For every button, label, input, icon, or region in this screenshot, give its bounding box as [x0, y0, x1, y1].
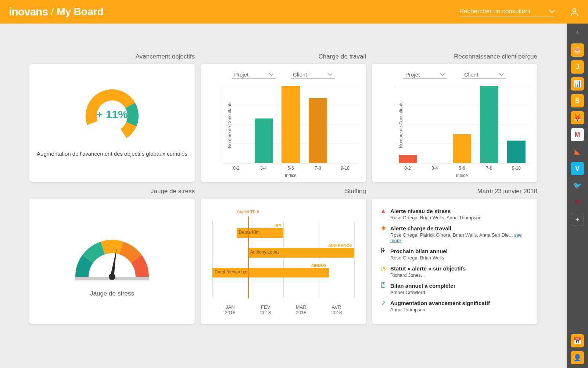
advancement-value: + 11%	[96, 108, 128, 121]
alert-detail: Rose Ortega, Brian Wells, Anna Thompson	[390, 215, 529, 220]
recognition-bars	[394, 86, 530, 163]
alert-title: Statut « alerte » sur objectifs	[390, 265, 466, 272]
recognition-xticks: 0-23-45-67-89-10	[394, 166, 530, 171]
svg-point-3	[109, 273, 115, 280]
recognition-select-client[interactable]: Client	[462, 71, 506, 79]
staff-bar-anthony-lopez[interactable]: Anthony LopezAIRFRANCE	[248, 248, 355, 258]
logo-page: My Board	[57, 6, 104, 18]
logo-slash: /	[51, 6, 54, 18]
sidebar-gmail-icon[interactable]: M	[571, 128, 584, 141]
alert-4[interactable]: 🗄Bilan annuel à compléterAmber Crawford	[380, 282, 529, 295]
see-more-link[interactable]: see more	[390, 232, 522, 243]
header: inovans / My Board Rechercher un consult…	[0, 0, 588, 24]
card-title-stress: Jauge de stress	[29, 188, 195, 195]
sidebar-cake-icon[interactable]: 🎂	[571, 43, 584, 57]
bar-5-6	[282, 86, 300, 163]
logo-brand: inovans	[9, 6, 48, 18]
search-placeholder: Rechercher un consultant	[459, 8, 531, 15]
workload-bars	[223, 86, 359, 163]
sidebar-gitlab-icon[interactable]: ◣	[571, 145, 584, 158]
workload-select-client[interactable]: Client	[291, 71, 335, 79]
warning-icon: ▲	[380, 208, 387, 214]
sidebar-collapse-icon[interactable]: ‹	[576, 27, 578, 37]
bar-0-2	[399, 155, 417, 163]
sidebar-J-icon[interactable]: J	[571, 60, 584, 74]
recognition-xlabel: Indice	[394, 173, 530, 178]
chevron-down-icon	[549, 10, 555, 13]
advancement-caption: Augmentation de l'avancement des objecti…	[37, 150, 187, 158]
sidebar-S-icon[interactable]: S	[571, 94, 584, 107]
alert-title: Bilan annuel à compléter	[390, 283, 456, 289]
bar-3-4	[255, 118, 273, 163]
workload-xticks: 0-23-45-67-89-10	[223, 166, 359, 171]
alert-title: Alerte niveau de stress	[390, 208, 451, 214]
sidebar-twitter-icon[interactable]: 🐦	[571, 179, 584, 192]
card-today: ▲Alerte niveau de stressRose Ortega, Bri…	[372, 199, 537, 324]
sidebar-user-add-icon[interactable]: 👤	[571, 351, 584, 364]
card-title-today: Mardi 23 janvier 2018	[372, 188, 537, 195]
alert-detail: Rose Ortega, Patrick O'hora, Brian Wells…	[390, 232, 529, 243]
card-title-workload: Charge de travail	[201, 53, 366, 60]
card-title-advancement: Avancement objectifs	[29, 53, 195, 60]
alert-detail: Anna Thompson	[390, 307, 529, 312]
alert-1[interactable]: ✱Alerte charge de travailRose Ortega, Pa…	[380, 225, 529, 243]
stress-gauge	[68, 225, 156, 284]
card-advancement: + 11% Augmentation de l'avancement des o…	[29, 64, 195, 182]
briefcase-icon: 🗄	[380, 248, 387, 254]
card-workload: Projet Client Nombre de Consultants 0-23…	[201, 64, 366, 182]
workload-select-projet[interactable]: Projet	[232, 71, 276, 79]
alert-detail: Amber Crawford	[390, 290, 529, 295]
bar-7-8	[309, 98, 327, 163]
sidebar-add-icon[interactable]: +	[571, 213, 584, 226]
staff-bar-debra-kim[interactable]: Debra KimIBP	[237, 228, 283, 238]
alert-detail: Rose Ortega, Brian Wells	[390, 255, 529, 261]
staff-bar-carol-richardson[interactable]: Carol RichardsonAIRBUS	[212, 268, 329, 277]
briefcase-icon: 🗄	[380, 282, 387, 289]
recognition-select-projet[interactable]: Projet	[403, 71, 447, 79]
card-stress: Jauge de stress	[29, 199, 195, 324]
sidebar: ‹ 🎂J📊S🦊M◣V🐦P+ 📅👤	[567, 24, 588, 368]
user-icon[interactable]	[570, 7, 579, 17]
alert-5[interactable]: ↗Augmentation avancement significatifAnn…	[380, 300, 529, 312]
sidebar-pinterest-icon[interactable]: P	[571, 196, 584, 209]
arrow-icon: ↗	[380, 300, 387, 306]
svg-point-0	[573, 8, 576, 12]
bar-5-6	[453, 134, 471, 163]
sidebar-vimeo-icon[interactable]: V	[571, 162, 584, 175]
alert-title: Prochain bilan annuel	[390, 248, 448, 254]
staffing-today-label: Aujourd'hui	[237, 209, 259, 214]
sidebar-chart-icon[interactable]: 📊	[571, 77, 584, 91]
donut-icon: ◔	[380, 265, 387, 272]
stress-caption: Jauge de stress	[90, 290, 134, 297]
alert-title: Alerte charge de travail	[390, 225, 451, 231]
workload-xlabel: Indice	[223, 173, 359, 178]
alert-detail: Richard Jones...	[390, 272, 529, 278]
alert-3[interactable]: ◔Statut « alerte » sur objectifsRichard …	[380, 265, 529, 278]
card-recognition: Projet Client Nombre de Consultants 0-23…	[372, 64, 537, 182]
burst-icon: ✱	[380, 225, 387, 231]
alert-0[interactable]: ▲Alerte niveau de stressRose Ortega, Bri…	[380, 208, 529, 220]
staffing-tracks: Debra KimIBPAnthony LopezAIRFRANCECarol …	[212, 222, 354, 298]
bar-9-10	[507, 141, 526, 163]
alert-2[interactable]: 🗄Prochain bilan annuelRose Ortega, Brian…	[380, 248, 529, 261]
alert-title: Augmentation avancement significatif	[390, 300, 490, 306]
sidebar-firefox-icon[interactable]: 🦊	[571, 111, 584, 124]
bar-7-8	[480, 86, 498, 163]
card-staffing: Debra KimIBPAnthony LopezAIRFRANCECarol …	[201, 199, 366, 324]
staffing-months: JAN2018FEV2018MAR2018AVR2018	[212, 304, 354, 316]
sidebar-calendar-add-icon[interactable]: 📅	[571, 334, 584, 347]
search-consultant[interactable]: Rechercher un consultant	[459, 6, 555, 17]
card-title-recognition: Reconnaissance client perçue	[372, 53, 537, 60]
card-title-staffing: Staffing	[201, 188, 366, 195]
